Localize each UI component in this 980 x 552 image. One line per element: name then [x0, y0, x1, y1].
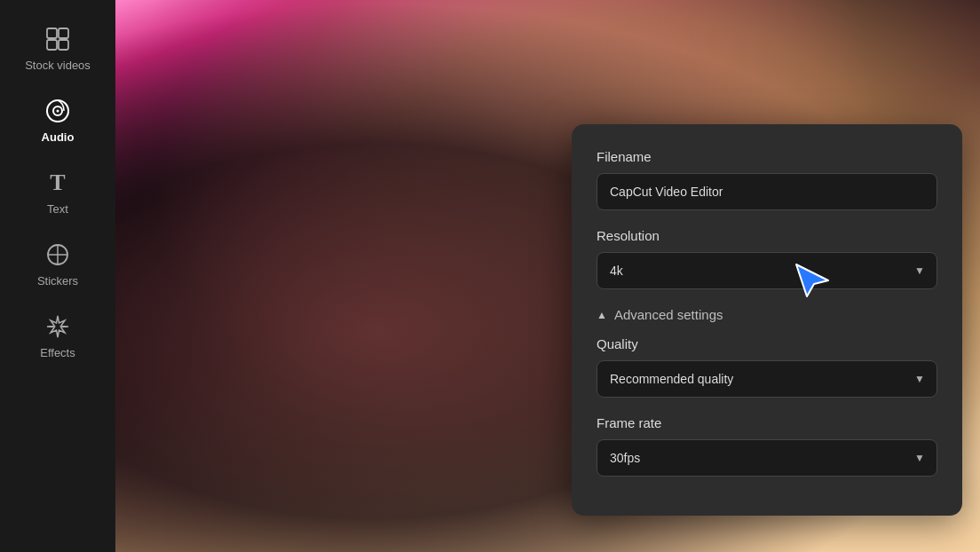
- export-panel: Filename Resolution 1080p 2k 4k ▼ ▲ Adva…: [572, 124, 962, 516]
- sidebar-item-stock-videos[interactable]: Stock videos: [0, 14, 115, 83]
- filename-group: Filename: [597, 149, 937, 210]
- sidebar-item-audio[interactable]: Audio: [0, 86, 115, 154]
- sidebar-item-stock-videos-label: Stock videos: [25, 59, 91, 72]
- text-icon: T: [43, 169, 72, 197]
- sidebar-item-text[interactable]: T Text: [0, 158, 115, 226]
- stickers-icon: [43, 241, 72, 269]
- resolution-select-wrapper: 1080p 2k 4k ▼: [597, 252, 937, 289]
- audio-icon: [43, 97, 72, 125]
- effects-icon: [43, 312, 72, 341]
- sidebar-item-stickers[interactable]: Stickers: [0, 230, 115, 298]
- svg-rect-1: [59, 28, 68, 38]
- advanced-settings-label: Advanced settings: [614, 307, 723, 322]
- quality-group: Quality Recommended quality High quality…: [597, 336, 937, 398]
- resolution-group: Resolution 1080p 2k 4k ▼: [597, 228, 937, 289]
- resolution-select[interactable]: 1080p 2k 4k: [597, 252, 937, 289]
- quality-label: Quality: [597, 336, 937, 351]
- sidebar-item-effects[interactable]: Effects: [0, 302, 115, 370]
- sidebar-item-stickers-label: Stickers: [37, 274, 78, 288]
- sidebar: Stock videos Audio T Text: [0, 0, 115, 552]
- stock-videos-icon: [43, 25, 72, 53]
- framerate-group: Frame rate 24fps 25fps 30fps 60fps ▼: [597, 415, 937, 477]
- video-area: Filename Resolution 1080p 2k 4k ▼ ▲ Adva…: [115, 0, 980, 552]
- framerate-select[interactable]: 24fps 25fps 30fps 60fps: [597, 439, 937, 477]
- framerate-label: Frame rate: [597, 415, 937, 430]
- svg-point-6: [57, 110, 59, 113]
- advanced-settings-chevron-icon: ▲: [597, 309, 607, 321]
- advanced-settings-toggle[interactable]: ▲ Advanced settings: [597, 307, 937, 322]
- sidebar-item-audio-label: Audio: [42, 130, 75, 144]
- svg-rect-3: [59, 40, 68, 50]
- filename-label: Filename: [597, 149, 937, 164]
- main-container: Stock videos Audio T Text: [0, 0, 980, 552]
- svg-rect-2: [47, 40, 57, 50]
- filename-input[interactable]: [597, 173, 937, 210]
- resolution-label: Resolution: [597, 228, 937, 243]
- quality-select-wrapper: Recommended quality High quality Ultra q…: [597, 360, 937, 398]
- sidebar-item-effects-label: Effects: [40, 346, 75, 359]
- svg-rect-0: [47, 28, 57, 38]
- framerate-select-wrapper: 24fps 25fps 30fps 60fps ▼: [597, 439, 937, 477]
- sidebar-item-text-label: Text: [47, 202, 68, 216]
- quality-select[interactable]: Recommended quality High quality Ultra q…: [597, 360, 937, 398]
